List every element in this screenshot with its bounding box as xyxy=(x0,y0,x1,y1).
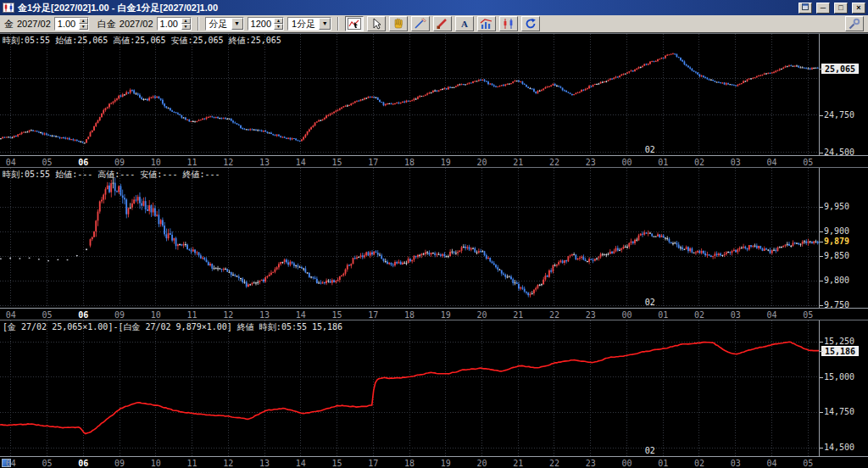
toolbar-separator xyxy=(198,17,199,31)
bar-count-up-button[interactable]: ▲ xyxy=(274,18,283,24)
gold-multiplier-up-button[interactable]: ▲ xyxy=(79,18,88,24)
time-axis-label: 13 xyxy=(259,158,270,167)
candlestick-chart: 02 xyxy=(0,168,819,308)
time-axis-label: 14 xyxy=(296,459,306,468)
gold-label: 金 xyxy=(4,18,14,31)
pan-hand-button[interactable] xyxy=(389,16,408,31)
chevron-down-icon[interactable]: ▼ xyxy=(231,18,243,30)
current-price-label: 9,879 xyxy=(824,237,849,247)
time-axis-label: 05 xyxy=(42,158,53,167)
bar-count-spinner[interactable]: 1200 ▲ ▼ xyxy=(248,17,284,31)
price-axis-label: 9,900 xyxy=(824,226,849,237)
time-axis-label: 09 xyxy=(114,310,125,320)
time-axis-label: 00 xyxy=(621,310,632,320)
platinum-info-line: 時刻:05:55 始値:--- 高値:--- 安値:--- 終値:--- xyxy=(3,169,220,181)
time-axis-label: 05 xyxy=(803,459,813,468)
gold-info-line: 時刻:05:55 始値:25,065 高値:25,065 安値:25,065 終… xyxy=(3,35,281,47)
gold-time-axis: 0405060910111213141517181920212223000102… xyxy=(0,155,868,167)
price-axis-label: 15,000 xyxy=(824,372,854,382)
time-axis-label: 11 xyxy=(187,459,198,468)
time-axis-label: 21 xyxy=(513,459,523,468)
spread-chart-canvas[interactable]: [金 27/02 25,065×1.00]-[白金 27/02 9,879×1.… xyxy=(0,320,819,456)
time-axis-label: 06 xyxy=(78,310,88,320)
candlestick-chart: 02 xyxy=(0,34,819,155)
time-axis-label: 13 xyxy=(259,310,270,320)
time-axis-label: 10 xyxy=(151,158,161,167)
text-annotation-button[interactable]: A xyxy=(455,16,474,31)
svg-text:A: A xyxy=(461,19,468,29)
time-axis-label: 03 xyxy=(731,459,741,468)
line-chart: 02 xyxy=(0,320,819,456)
time-axis-label: 22 xyxy=(549,459,559,468)
svg-text:02: 02 xyxy=(645,298,655,307)
platinum-chart-panel: 時刻:05:55 始値:--- 高値:--- 安値:--- 終値:--- 02 … xyxy=(0,167,868,320)
time-axis-label: 02 xyxy=(694,158,704,167)
time-axis-label: 04 xyxy=(6,310,16,320)
time-axis-label: 15 xyxy=(331,310,342,320)
time-axis-label: 04 xyxy=(766,459,776,468)
indicator-button[interactable] xyxy=(477,16,496,31)
time-axis-label: 05 xyxy=(803,310,813,320)
time-axis-label: 23 xyxy=(586,310,596,320)
maximize-button[interactable]: □ xyxy=(834,3,848,14)
time-axis-label: 20 xyxy=(476,158,487,167)
gold-multiplier-spinner[interactable]: 1.00 ▲ ▼ xyxy=(54,17,89,31)
time-axis-label: 15 xyxy=(331,158,342,167)
price-axis-label: 9,850 xyxy=(824,251,849,261)
brush-button[interactable] xyxy=(433,16,452,31)
time-axis-label: 23 xyxy=(586,459,596,468)
refresh-button[interactable] xyxy=(521,16,540,31)
time-axis-label: 05 xyxy=(42,459,53,468)
window-menu-button[interactable] xyxy=(798,3,812,14)
spread-info-line: [金 27/02 25,065×1.00]-[白金 27/02 9,879×1.… xyxy=(3,321,342,333)
settings-icon xyxy=(848,18,861,30)
time-axis-label: 12 xyxy=(223,459,233,468)
svg-text:02: 02 xyxy=(645,145,655,154)
time-axis-label: 03 xyxy=(731,158,741,167)
toolbar-separator xyxy=(337,17,339,31)
time-axis-label: 04 xyxy=(766,158,776,167)
gold-multiplier-down-button[interactable]: ▼ xyxy=(79,24,88,30)
interval-value: 1分足 xyxy=(288,18,319,31)
time-axis-label: 05 xyxy=(42,310,53,320)
spread-time-axis: 0405060910111213141517181920212223000102… xyxy=(0,456,868,468)
title-bar[interactable]: 金1分足[2027/02]1.00 - 白金1分足[2027/02]1.00 ─… xyxy=(0,0,868,15)
gold-chart-panel: 時刻:05:55 始値:25,065 高値:25,065 安値:25,065 終… xyxy=(0,33,868,167)
time-axis-label: 06 xyxy=(78,459,88,468)
chevron-down-icon[interactable]: ▼ xyxy=(319,18,331,30)
platinum-multiplier-spinner[interactable]: 1.00 ▲ ▼ xyxy=(157,17,192,31)
time-axis-label: 11 xyxy=(187,310,198,320)
time-axis-label: 12 xyxy=(223,310,233,320)
time-axis-label: 13 xyxy=(259,459,270,468)
time-axis-label: 12 xyxy=(223,158,233,167)
gold-chart-canvas[interactable]: 時刻:05:55 始値:25,065 高値:25,065 安値:25,065 終… xyxy=(0,34,819,155)
bar-count-down-button[interactable]: ▼ xyxy=(274,24,283,30)
minimize-button[interactable]: ─ xyxy=(816,3,830,14)
time-axis-label: 21 xyxy=(513,158,523,167)
spread-chart-panel: [金 27/02 25,065×1.00]-[白金 27/02 9,879×1.… xyxy=(0,320,868,468)
candle-type-button[interactable] xyxy=(499,16,518,31)
current-price-label: 15,186 xyxy=(821,346,859,356)
time-axis-label: 22 xyxy=(549,310,559,320)
interval-dropdown[interactable]: 1分足 ▼ xyxy=(287,17,331,31)
period-type-dropdown[interactable]: 分足 ▼ xyxy=(205,17,244,31)
pointer-button[interactable] xyxy=(367,16,386,31)
platinum-multiplier-up-button[interactable]: ▲ xyxy=(181,18,191,24)
close-button[interactable]: × xyxy=(852,3,865,14)
settings-button[interactable] xyxy=(845,16,864,31)
svg-text:02: 02 xyxy=(645,446,655,455)
price-axis-label: 9,800 xyxy=(824,276,849,286)
time-axis-label: 00 xyxy=(621,158,632,167)
chart-select-button[interactable] xyxy=(345,16,364,31)
platinum-multiplier-down-button[interactable]: ▼ xyxy=(181,24,191,30)
time-axis-label: 18 xyxy=(404,158,415,167)
pointer-icon xyxy=(370,18,383,30)
time-axis-label: 10 xyxy=(151,310,161,320)
platinum-chart-canvas[interactable]: 時刻:05:55 始値:--- 高値:--- 安値:--- 終値:--- 02 xyxy=(0,168,819,308)
platinum-label: 白金 xyxy=(97,18,116,31)
time-axis-label: 23 xyxy=(586,158,596,167)
time-axis-label: 11 xyxy=(187,158,198,167)
text-annotation-icon: A xyxy=(458,18,471,30)
price-axis-label: 14,500 xyxy=(824,443,854,453)
line-draw-button[interactable] xyxy=(411,16,430,31)
